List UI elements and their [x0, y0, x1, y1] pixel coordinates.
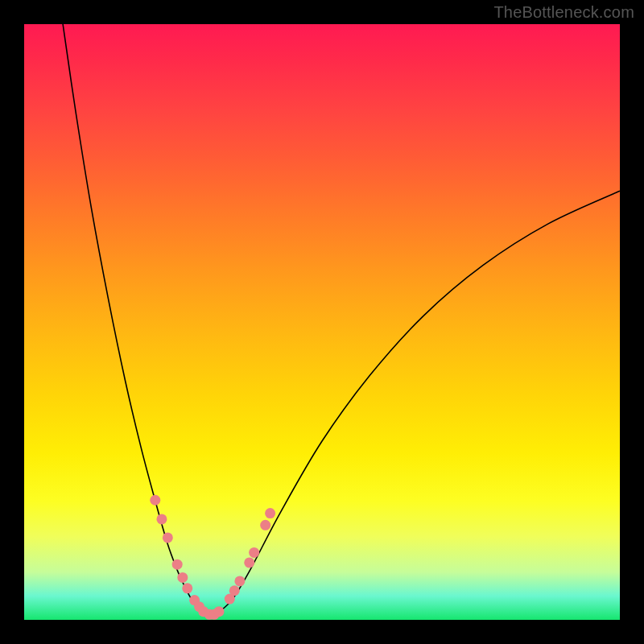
highlight-dot — [229, 585, 240, 596]
highlight-dot — [156, 514, 167, 524]
highlight-dot — [244, 557, 254, 568]
highlight-dot — [234, 576, 245, 586]
highlight-dot — [249, 547, 259, 558]
curve-right-branch — [219, 191, 620, 612]
highlight-dot — [177, 572, 188, 583]
highlight-dot — [265, 508, 275, 518]
highlight-dot — [260, 520, 270, 530]
highlight-dot — [163, 532, 173, 543]
chart-plot-area — [24, 24, 620, 620]
highlight-dot — [172, 559, 183, 570]
highlight-dot — [213, 606, 224, 617]
highlight-dot — [182, 583, 192, 593]
highlight-dot — [150, 495, 160, 506]
chart-svg — [24, 24, 620, 620]
curve-left-branch — [63, 24, 203, 612]
watermark-text: TheBottleneck.com — [493, 3, 634, 22]
